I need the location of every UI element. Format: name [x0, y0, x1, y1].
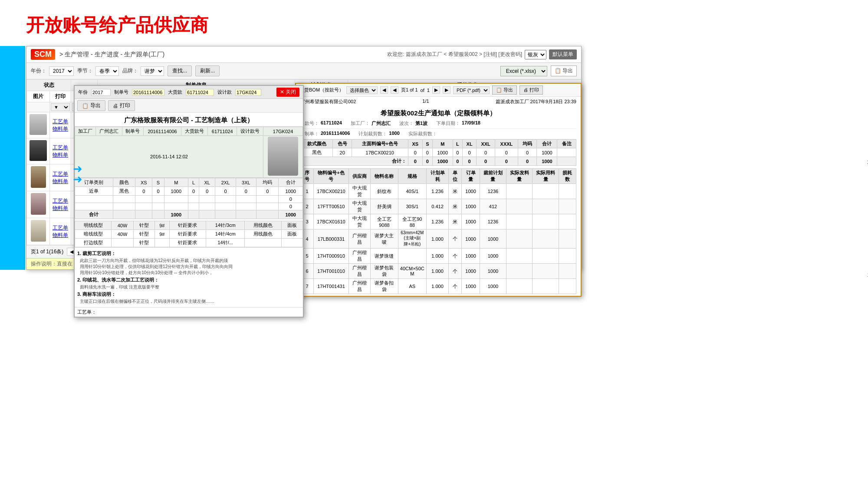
scm-theme-select[interactable]: 银灰: [525, 50, 546, 59]
export-icon: 📋: [555, 68, 561, 74]
craft-note-3: 3. 商标车法说明：: [77, 291, 300, 298]
gongyi-link[interactable]: 工艺单: [53, 118, 68, 124]
craft-info-sheji-label: 设计款号: [237, 127, 263, 136]
cell-img-5: [27, 218, 50, 245]
mat-col-unit: 单位: [449, 169, 462, 184]
brand-select[interactable]: 谢梦: [141, 66, 164, 76]
bom-title: 希望服装002生产通知单（定额领料单）: [300, 106, 576, 118]
mat-col-sunhao: 损耗数: [559, 169, 576, 184]
year-group: 年份： 2017: [31, 66, 74, 76]
mat-col-jihua-xiao: 计划单耗: [426, 169, 449, 184]
bom-page-next[interactable]: ▶: [432, 86, 440, 94]
search-button[interactable]: 查找...: [168, 66, 192, 76]
craft-size-row-3: 0: [75, 203, 303, 210]
bom-window: 大货BOM（按款号） 选择颜色 ◀ ◀ 页1 of 1 of 1 ▶ ▶ PDF…: [295, 83, 582, 297]
toolbar-export-button[interactable]: 📋 导出: [551, 66, 577, 76]
craft-zhidan-input[interactable]: [132, 89, 164, 96]
craft-size-table: 订单类别 颜色 XS S M L XL 2XL 3XL 均码 合计: [75, 178, 303, 219]
bom-page-prev2[interactable]: ◀: [391, 86, 398, 94]
bom-doc-area: 广州希望服装有限公司002 1/1 篇派成衣加工厂 2017年9月18日 23:…: [296, 97, 581, 296]
bom-zhidan: 制单： 20161114006: [305, 131, 350, 137]
page-title: 开放账号给产品供应商: [26, 13, 842, 37]
export-icon-craft: 📋: [82, 103, 89, 109]
cell-print-3: 工艺单 物料单: [50, 164, 71, 191]
bom-operator-date: 篇派成衣加工厂 2017年9月18日 23:39: [496, 98, 576, 105]
gongyi-link-5[interactable]: 工艺单: [53, 225, 68, 231]
clothing-thumbnail-4: [31, 193, 46, 215]
proc-col-req: 针距要求: [169, 221, 206, 230]
craft-garment-image: [268, 137, 298, 176]
scm-breadcrumb: > 生产管理 - 生产进度 - 生产跟单(工厂): [59, 51, 164, 59]
craft-print-button[interactable]: 🖨 打印: [108, 100, 135, 111]
bom-print-icon: 🖨: [523, 87, 528, 92]
bom-print-button[interactable]: 🖨 打印: [519, 85, 543, 95]
filter-print-select[interactable]: ▼: [51, 103, 70, 111]
gongyi-link-4[interactable]: 工艺单: [53, 198, 68, 204]
craft-info-dahuo-label: 大货款号: [181, 127, 208, 136]
cell-print: 工艺单 物料单: [50, 112, 71, 138]
bom-page-prev[interactable]: ◀: [380, 86, 388, 94]
craft-close-button[interactable]: ✕ 关闭: [276, 88, 299, 97]
scm-welcome-text: 欢迎您: 篇派成衣加工厂 < 希望服装002 > [注销] [更改密码]: [387, 51, 522, 58]
mat-row-5: 517HT000910广州楷昌谢梦珠缝1.000个10001000: [301, 249, 576, 264]
craft-note-2-content: 面料须先水洗一遍，印绒 注意底版要平整: [77, 284, 300, 290]
bom-color-select[interactable]: 选择颜色: [346, 86, 378, 94]
filter-img: [27, 102, 50, 112]
year-label: 年份：: [31, 67, 46, 75]
wuliao-link-5[interactable]: 物料单: [53, 232, 68, 238]
craft-grid-area: 广东格致服装有限公司 - 工艺制造单（上装） 加工厂 广州志汇 制单号 2016…: [75, 113, 303, 317]
gongyi-link-2[interactable]: 工艺单: [53, 144, 68, 151]
bom-color-size-table: 款式颜色 色号 主面料编号+色号 XS S M L XL XXL XXXL 均码…: [300, 139, 576, 166]
bom-boci: 波次： 第1波: [399, 120, 427, 127]
craft-size-col-3xl: 3XL: [236, 178, 256, 187]
craft-size-col-xl: XL: [199, 178, 215, 187]
bom-cs-col-m: M: [432, 140, 453, 148]
craft-window: 年份 制单号 大货款 设计款 ✕ 关闭 📋 导出: [74, 85, 304, 318]
bom-cs-col-s: S: [422, 140, 432, 148]
left-cyan-bar: [0, 46, 25, 270]
excel-format-select[interactable]: Excel (*.xlsx): [500, 66, 547, 76]
bom-cs-col-xxl: XXL: [477, 140, 495, 148]
bom-page-next2[interactable]: ▶: [443, 86, 450, 94]
bom-material-table: 序号 物料编号+色号 供应商 物料名称 规格 计划单耗 单位 订单量 裁前计划量…: [300, 168, 576, 294]
craft-dahuo-input[interactable]: [186, 89, 214, 96]
season-group: 季节： 春季: [77, 66, 119, 76]
mat-row-6: 617HT001010广州楷昌谢梦包装袋40CM×50CM1.000个10001…: [301, 264, 576, 279]
bom-pdf-select[interactable]: PDF (*.pdf): [453, 86, 490, 94]
page-title-area: 开放账号给产品供应商: [0, 0, 868, 46]
craft-info-date: 2016-11-14 12:02: [75, 136, 263, 178]
bom-header-label: 大货BOM（按款号）: [299, 87, 344, 93]
gongyi-link-3[interactable]: 工艺单: [53, 171, 68, 177]
bom-cs-col-total: 合计: [537, 140, 557, 148]
wuliao-link-2[interactable]: 物料单: [53, 152, 68, 158]
bom-shiji-caijian: 实际裁剪数：: [408, 131, 439, 137]
year-select[interactable]: 2017: [49, 66, 74, 76]
wuliao-link-4[interactable]: 物料单: [53, 205, 68, 211]
mat-row-7: 717HT001431广州楷昌谢梦备扣袋AS1.000个10001000: [301, 279, 576, 294]
craft-export-button[interactable]: 📋 导出: [77, 100, 105, 111]
craft-sheji-input[interactable]: [235, 89, 261, 96]
bom-export-button[interactable]: 📋 导出: [492, 85, 517, 95]
bom-factory: 加工厂： 广州志汇: [351, 120, 391, 127]
print-icon-craft: 🖨: [113, 103, 118, 109]
toolbar-right: Excel (*.xlsx) 📋 导出: [500, 66, 577, 76]
cell-print-5: 工艺单 物料单: [50, 218, 71, 245]
craft-size-row-2: 0: [75, 196, 303, 203]
craft-dahuo-label: 大货款: [168, 89, 182, 95]
season-select[interactable]: 春季: [95, 66, 119, 76]
craft-zhidan-label: 制单号: [114, 89, 128, 95]
clothing-thumbnail-3: [31, 166, 46, 188]
bom-cs-col-material: 主面料编号+色号: [352, 140, 408, 148]
wuliao-link[interactable]: 物料单: [53, 126, 68, 132]
bom-cs-col-xl: XL: [462, 140, 476, 148]
wuliao-link-3[interactable]: 物料单: [53, 178, 68, 184]
scm-default-menu-button[interactable]: 默认菜单: [549, 49, 577, 59]
mat-row-3: 317BCX01610中大现货全工艺9088全工艺90881.236米10001…: [301, 214, 576, 229]
clothing-thumbnail: [30, 114, 47, 135]
pagination-text: 页1 of 1(16条): [31, 248, 63, 255]
refresh-button[interactable]: 刷新...: [195, 66, 220, 76]
craft-year-label: 年份: [78, 89, 88, 95]
craft-year-input[interactable]: [91, 89, 111, 96]
craft-size-col-xs: XS: [135, 178, 152, 187]
mat-row-2: 217FTT00510中大现货舒美绸30S/10.412米1000412: [301, 199, 576, 214]
